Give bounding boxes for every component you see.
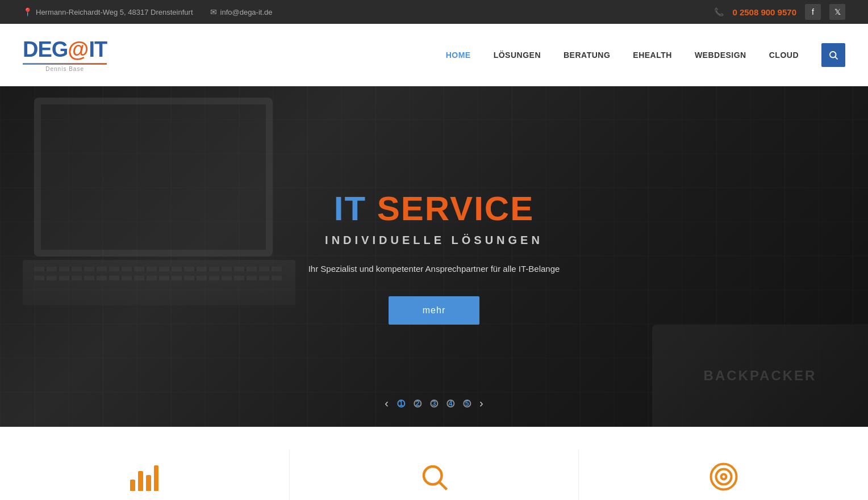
logo-subtitle: Dennis Base	[23, 66, 107, 72]
svg-point-0	[830, 52, 836, 58]
search-icon	[828, 50, 838, 60]
nav-ehealth[interactable]: EHEALTH	[633, 48, 672, 62]
nav-cloud[interactable]: CLOUD	[769, 48, 799, 62]
twitter-icon[interactable]: 𝕏	[829, 4, 845, 20]
search-large-icon	[419, 461, 449, 492]
hero-card: BACKPACKER	[652, 325, 868, 427]
hero-title-it: IT	[334, 190, 366, 228]
icon-strip-barchart	[0, 451, 289, 500]
laptop-keyboard	[23, 260, 295, 305]
nav-beratung[interactable]: BERATUNG	[564, 48, 610, 62]
bar-1	[130, 480, 135, 491]
main-nav: HOME LÖSUNGEN BERATUNG EHEALTH WEBDESIGN…	[446, 43, 845, 67]
target-icon	[708, 461, 739, 492]
bar-4	[154, 465, 159, 491]
icon-strip-target	[578, 450, 868, 500]
slider-next-arrow[interactable]: ›	[479, 397, 483, 410]
header: DEG @ IT Dennis Base HOME LÖSUNGEN BERAT…	[0, 24, 868, 86]
logo-main: DEG @ IT	[23, 37, 107, 62]
phone-icon: 📞	[714, 7, 724, 16]
search-button[interactable]	[821, 43, 845, 67]
logo-dega-text: DEG	[23, 37, 68, 62]
email-text: info@dega-it.de	[220, 8, 273, 16]
nav-losungen[interactable]: LÖSUNGEN	[494, 48, 541, 62]
icon-strip	[0, 427, 868, 500]
logo-at-symbol: @	[68, 37, 89, 62]
slider-prev-arrow[interactable]: ‹	[385, 397, 389, 410]
top-bar-contact: 📍 Hermann-Reichardt-Weg 5, 48317 Drenste…	[23, 7, 273, 16]
slider-controls: ‹ 1 2 3 4 5 ›	[385, 397, 483, 410]
hero-title-service: SERVICE	[377, 190, 534, 228]
slider-dot-2[interactable]: 2	[414, 400, 422, 407]
address-item: 📍 Hermann-Reichardt-Weg 5, 48317 Drenste…	[23, 7, 193, 16]
bar-2	[138, 471, 143, 491]
logo-it-text: IT	[89, 37, 107, 62]
svg-point-5	[716, 469, 731, 485]
hero-section: BACKPACKER IT SERVICE INDIVIDUELLE LÖSUN…	[0, 86, 868, 427]
hero-description: Ihr Spezialist und kompetenter Ansprechp…	[308, 264, 560, 274]
top-bar-right: 📞 0 2508 900 9570 f 𝕏	[714, 4, 845, 20]
hero-card-text: BACKPACKER	[704, 368, 817, 384]
bar-3	[146, 475, 151, 491]
icon-strip-search	[289, 450, 579, 500]
top-bar: 📍 Hermann-Reichardt-Weg 5, 48317 Drenste…	[0, 0, 868, 24]
nav-home[interactable]: HOME	[446, 48, 471, 62]
slider-dot-5[interactable]: 5	[463, 400, 471, 407]
nav-webdesign[interactable]: WEBDESIGN	[695, 48, 746, 62]
facebook-icon[interactable]: f	[805, 4, 821, 20]
logo-line	[23, 63, 107, 65]
email-item: ✉ info@dega-it.de	[210, 7, 273, 16]
hero-subtitle: INDIVIDUELLE LÖSUNGEN	[308, 234, 560, 247]
hero-title: IT SERVICE	[308, 189, 560, 228]
hero-content: IT SERVICE INDIVIDUELLE LÖSUNGEN Ihr Spe…	[308, 189, 560, 325]
svg-point-4	[711, 464, 736, 490]
slider-dot-3[interactable]: 3	[430, 400, 438, 407]
svg-point-2	[424, 467, 442, 485]
slider-dot-1[interactable]: 1	[397, 400, 405, 407]
slider-dot-4[interactable]: 4	[446, 400, 454, 407]
laptop-screen	[34, 98, 273, 257]
svg-line-1	[835, 57, 837, 59]
email-icon: ✉	[210, 7, 217, 16]
address-text: Hermann-Reichardt-Weg 5, 48317 Drenstein…	[36, 8, 193, 16]
svg-line-3	[440, 482, 446, 489]
svg-point-6	[721, 474, 726, 480]
hero-laptop-visual	[23, 98, 307, 313]
hero-cta-button[interactable]: mehr	[389, 296, 479, 325]
location-icon: 📍	[23, 7, 32, 16]
phone-text: 0 2508 900 9570	[732, 7, 796, 17]
logo[interactable]: DEG @ IT Dennis Base	[23, 37, 107, 72]
bar-chart-icon	[130, 463, 158, 491]
